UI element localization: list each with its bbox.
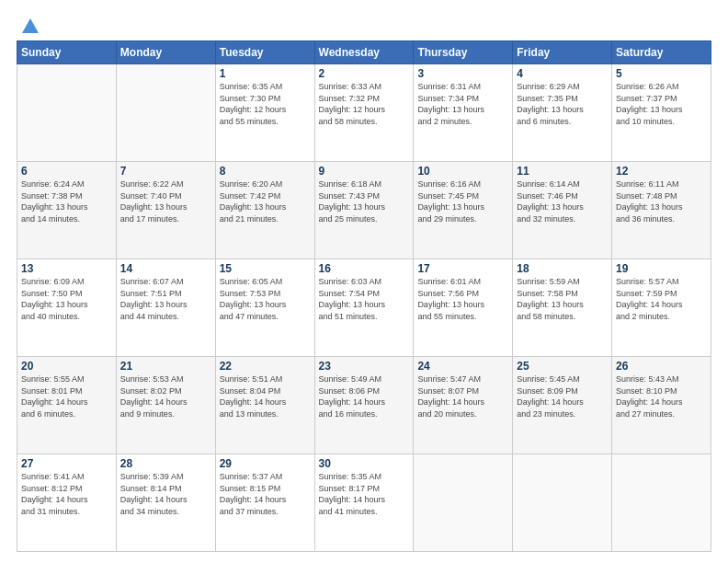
day-number: 3 xyxy=(417,67,508,80)
day-info: Sunrise: 6:11 AM Sunset: 7:48 PM Dayligh… xyxy=(616,178,707,224)
day-info: Sunrise: 6:14 AM Sunset: 7:46 PM Dayligh… xyxy=(517,178,608,224)
svg-marker-0 xyxy=(22,18,39,33)
day-info: Sunrise: 5:47 AM Sunset: 8:07 PM Dayligh… xyxy=(417,373,508,419)
day-info: Sunrise: 6:05 AM Sunset: 7:53 PM Dayligh… xyxy=(220,276,311,322)
day-number: 7 xyxy=(120,165,211,178)
calendar-week-1: 1Sunrise: 6:35 AM Sunset: 7:30 PM Daylig… xyxy=(17,64,711,162)
day-info: Sunrise: 5:45 AM Sunset: 8:09 PM Dayligh… xyxy=(517,373,608,419)
calendar-cell: 30Sunrise: 5:35 AM Sunset: 8:17 PM Dayli… xyxy=(314,454,414,552)
logo xyxy=(17,17,40,33)
day-number: 19 xyxy=(616,262,707,275)
calendar-cell: 2Sunrise: 6:33 AM Sunset: 7:32 PM Daylig… xyxy=(314,64,414,162)
day-info: Sunrise: 5:39 AM Sunset: 8:14 PM Dayligh… xyxy=(120,471,211,517)
calendar-cell: 9Sunrise: 6:18 AM Sunset: 7:43 PM Daylig… xyxy=(314,162,414,259)
day-number: 24 xyxy=(417,360,508,373)
day-info: Sunrise: 5:59 AM Sunset: 7:58 PM Dayligh… xyxy=(517,276,608,322)
logo-icon xyxy=(20,17,40,37)
calendar-cell: 1Sunrise: 6:35 AM Sunset: 7:30 PM Daylig… xyxy=(215,64,314,162)
calendar-cell xyxy=(17,64,117,162)
day-number: 27 xyxy=(21,457,112,470)
calendar-cell: 4Sunrise: 6:29 AM Sunset: 7:35 PM Daylig… xyxy=(513,64,612,162)
calendar-cell xyxy=(414,454,513,552)
day-number: 17 xyxy=(417,262,508,275)
day-info: Sunrise: 5:57 AM Sunset: 7:59 PM Dayligh… xyxy=(616,276,707,322)
calendar-cell: 18Sunrise: 5:59 AM Sunset: 7:58 PM Dayli… xyxy=(513,259,612,357)
calendar-cell: 14Sunrise: 6:07 AM Sunset: 7:51 PM Dayli… xyxy=(116,259,215,357)
calendar-cell: 25Sunrise: 5:45 AM Sunset: 8:09 PM Dayli… xyxy=(513,357,612,454)
weekday-header-wednesday: Wednesday xyxy=(314,41,414,64)
day-number: 4 xyxy=(517,67,608,80)
calendar-week-2: 6Sunrise: 6:24 AM Sunset: 7:38 PM Daylig… xyxy=(17,162,711,259)
weekday-header-tuesday: Tuesday xyxy=(215,41,314,64)
day-number: 18 xyxy=(517,262,608,275)
day-info: Sunrise: 6:24 AM Sunset: 7:38 PM Dayligh… xyxy=(21,178,112,224)
calendar-cell: 22Sunrise: 5:51 AM Sunset: 8:04 PM Dayli… xyxy=(215,357,314,454)
header xyxy=(17,17,711,33)
calendar-cell: 16Sunrise: 6:03 AM Sunset: 7:54 PM Dayli… xyxy=(314,259,414,357)
day-number: 29 xyxy=(220,457,311,470)
day-number: 22 xyxy=(220,360,311,373)
calendar-cell: 24Sunrise: 5:47 AM Sunset: 8:07 PM Dayli… xyxy=(414,357,513,454)
day-number: 13 xyxy=(21,262,112,275)
day-number: 2 xyxy=(319,67,410,80)
day-info: Sunrise: 5:41 AM Sunset: 8:12 PM Dayligh… xyxy=(21,471,112,517)
calendar-week-5: 27Sunrise: 5:41 AM Sunset: 8:12 PM Dayli… xyxy=(17,454,711,552)
calendar-cell: 12Sunrise: 6:11 AM Sunset: 7:48 PM Dayli… xyxy=(612,162,711,259)
day-number: 5 xyxy=(616,67,707,80)
weekday-header-thursday: Thursday xyxy=(414,41,513,64)
day-info: Sunrise: 6:16 AM Sunset: 7:45 PM Dayligh… xyxy=(417,178,508,224)
calendar-cell: 3Sunrise: 6:31 AM Sunset: 7:34 PM Daylig… xyxy=(414,64,513,162)
day-number: 1 xyxy=(220,67,311,80)
day-number: 30 xyxy=(319,457,410,470)
calendar-cell: 11Sunrise: 6:14 AM Sunset: 7:46 PM Dayli… xyxy=(513,162,612,259)
day-info: Sunrise: 6:22 AM Sunset: 7:40 PM Dayligh… xyxy=(120,178,211,224)
calendar-cell xyxy=(116,64,215,162)
day-number: 15 xyxy=(220,262,311,275)
calendar-week-4: 20Sunrise: 5:55 AM Sunset: 8:01 PM Dayli… xyxy=(17,357,711,454)
page: SundayMondayTuesdayWednesdayThursdayFrid… xyxy=(0,0,728,563)
calendar-table: SundayMondayTuesdayWednesdayThursdayFrid… xyxy=(17,40,711,552)
day-info: Sunrise: 6:26 AM Sunset: 7:37 PM Dayligh… xyxy=(616,81,707,127)
calendar-cell: 19Sunrise: 5:57 AM Sunset: 7:59 PM Dayli… xyxy=(612,259,711,357)
calendar-cell: 20Sunrise: 5:55 AM Sunset: 8:01 PM Dayli… xyxy=(17,357,117,454)
calendar-cell: 15Sunrise: 6:05 AM Sunset: 7:53 PM Dayli… xyxy=(215,259,314,357)
day-number: 6 xyxy=(21,165,112,178)
day-number: 12 xyxy=(616,165,707,178)
calendar-cell: 29Sunrise: 5:37 AM Sunset: 8:15 PM Dayli… xyxy=(215,454,314,552)
day-info: Sunrise: 6:18 AM Sunset: 7:43 PM Dayligh… xyxy=(319,178,410,224)
day-info: Sunrise: 6:07 AM Sunset: 7:51 PM Dayligh… xyxy=(120,276,211,322)
weekday-header-monday: Monday xyxy=(116,41,215,64)
day-info: Sunrise: 6:35 AM Sunset: 7:30 PM Dayligh… xyxy=(220,81,311,127)
day-number: 9 xyxy=(319,165,410,178)
day-info: Sunrise: 6:09 AM Sunset: 7:50 PM Dayligh… xyxy=(21,276,112,322)
calendar-week-3: 13Sunrise: 6:09 AM Sunset: 7:50 PM Dayli… xyxy=(17,259,711,357)
day-info: Sunrise: 6:29 AM Sunset: 7:35 PM Dayligh… xyxy=(517,81,608,127)
weekday-header-friday: Friday xyxy=(513,41,612,64)
day-info: Sunrise: 6:31 AM Sunset: 7:34 PM Dayligh… xyxy=(417,81,508,127)
calendar-cell: 23Sunrise: 5:49 AM Sunset: 8:06 PM Dayli… xyxy=(314,357,414,454)
day-info: Sunrise: 5:37 AM Sunset: 8:15 PM Dayligh… xyxy=(220,471,311,517)
day-number: 28 xyxy=(120,457,211,470)
calendar-cell xyxy=(612,454,711,552)
calendar-cell: 6Sunrise: 6:24 AM Sunset: 7:38 PM Daylig… xyxy=(17,162,117,259)
day-info: Sunrise: 5:51 AM Sunset: 8:04 PM Dayligh… xyxy=(220,373,311,419)
calendar-cell: 28Sunrise: 5:39 AM Sunset: 8:14 PM Dayli… xyxy=(116,454,215,552)
day-number: 21 xyxy=(120,360,211,373)
calendar-header-row: SundayMondayTuesdayWednesdayThursdayFrid… xyxy=(17,41,711,64)
day-info: Sunrise: 5:55 AM Sunset: 8:01 PM Dayligh… xyxy=(21,373,112,419)
day-info: Sunrise: 5:53 AM Sunset: 8:02 PM Dayligh… xyxy=(120,373,211,419)
day-number: 14 xyxy=(120,262,211,275)
calendar-cell: 21Sunrise: 5:53 AM Sunset: 8:02 PM Dayli… xyxy=(116,357,215,454)
day-number: 25 xyxy=(517,360,608,373)
calendar-cell: 26Sunrise: 5:43 AM Sunset: 8:10 PM Dayli… xyxy=(612,357,711,454)
day-info: Sunrise: 6:03 AM Sunset: 7:54 PM Dayligh… xyxy=(319,276,410,322)
day-info: Sunrise: 5:49 AM Sunset: 8:06 PM Dayligh… xyxy=(319,373,410,419)
calendar-cell: 13Sunrise: 6:09 AM Sunset: 7:50 PM Dayli… xyxy=(17,259,117,357)
calendar-cell: 27Sunrise: 5:41 AM Sunset: 8:12 PM Dayli… xyxy=(17,454,117,552)
day-number: 8 xyxy=(220,165,311,178)
day-number: 23 xyxy=(319,360,410,373)
day-info: Sunrise: 6:01 AM Sunset: 7:56 PM Dayligh… xyxy=(417,276,508,322)
calendar-cell: 7Sunrise: 6:22 AM Sunset: 7:40 PM Daylig… xyxy=(116,162,215,259)
day-info: Sunrise: 6:33 AM Sunset: 7:32 PM Dayligh… xyxy=(319,81,410,127)
calendar-cell: 8Sunrise: 6:20 AM Sunset: 7:42 PM Daylig… xyxy=(215,162,314,259)
